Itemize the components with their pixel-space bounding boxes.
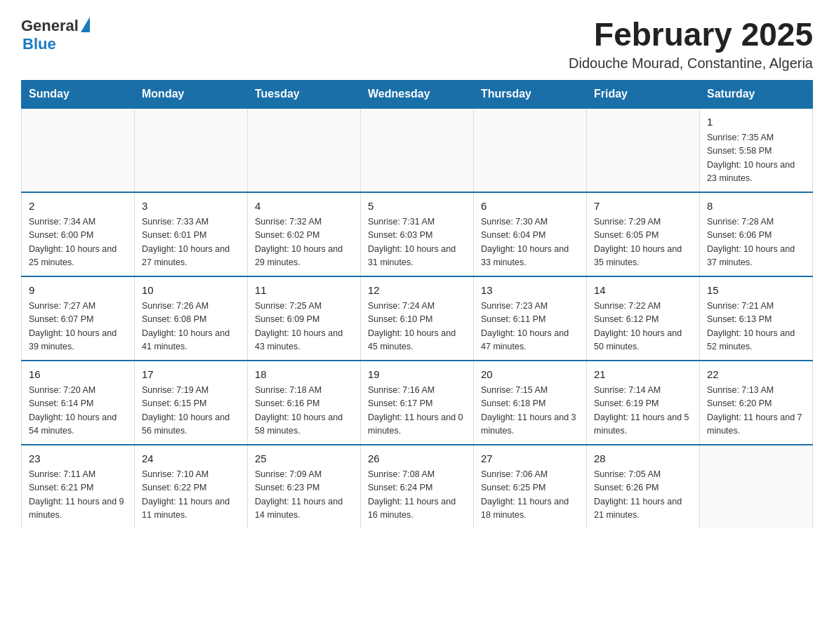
calendar-cell: 10Sunrise: 7:26 AMSunset: 6:08 PMDayligh… bbox=[135, 276, 248, 361]
calendar-week-row: 1Sunrise: 7:35 AMSunset: 5:58 PMDaylight… bbox=[22, 108, 813, 192]
logo-blue-text: Blue bbox=[22, 35, 56, 53]
day-info: Sunrise: 7:27 AMSunset: 6:07 PMDaylight:… bbox=[29, 300, 127, 354]
day-number: 3 bbox=[142, 199, 240, 215]
day-info: Sunrise: 7:25 AMSunset: 6:09 PMDaylight:… bbox=[255, 300, 353, 354]
day-number: 7 bbox=[594, 199, 692, 215]
calendar-cell: 25Sunrise: 7:09 AMSunset: 6:23 PMDayligh… bbox=[248, 445, 361, 528]
calendar-cell: 19Sunrise: 7:16 AMSunset: 6:17 PMDayligh… bbox=[361, 361, 474, 445]
calendar-cell: 3Sunrise: 7:33 AMSunset: 6:01 PMDaylight… bbox=[135, 192, 248, 276]
logo-triangle-icon bbox=[81, 17, 90, 32]
calendar-week-row: 16Sunrise: 7:20 AMSunset: 6:14 PMDayligh… bbox=[22, 361, 813, 445]
day-number: 2 bbox=[29, 199, 127, 215]
calendar-header-saturday: Saturday bbox=[700, 80, 813, 108]
calendar-header-row: SundayMondayTuesdayWednesdayThursdayFrid… bbox=[22, 80, 813, 108]
calendar-header-tuesday: Tuesday bbox=[248, 80, 361, 108]
day-number: 28 bbox=[594, 451, 692, 467]
day-info: Sunrise: 7:34 AMSunset: 6:00 PMDaylight:… bbox=[29, 215, 127, 270]
day-info: Sunrise: 7:10 AMSunset: 6:22 PMDaylight:… bbox=[142, 468, 240, 523]
calendar-table: SundayMondayTuesdayWednesdayThursdayFrid… bbox=[21, 80, 813, 528]
day-number: 10 bbox=[142, 283, 240, 299]
day-info: Sunrise: 7:13 AMSunset: 6:20 PMDaylight:… bbox=[707, 384, 805, 438]
calendar-cell bbox=[361, 108, 474, 192]
day-number: 24 bbox=[142, 451, 240, 467]
day-number: 18 bbox=[255, 367, 353, 383]
calendar-cell: 9Sunrise: 7:27 AMSunset: 6:07 PMDaylight… bbox=[22, 276, 135, 361]
day-info: Sunrise: 7:05 AMSunset: 6:26 PMDaylight:… bbox=[594, 468, 692, 523]
day-info: Sunrise: 7:33 AMSunset: 6:01 PMDaylight:… bbox=[142, 215, 240, 270]
calendar-cell: 17Sunrise: 7:19 AMSunset: 6:15 PMDayligh… bbox=[135, 361, 248, 445]
calendar-cell: 28Sunrise: 7:05 AMSunset: 6:26 PMDayligh… bbox=[587, 445, 700, 528]
day-number: 9 bbox=[29, 283, 127, 299]
calendar-cell: 2Sunrise: 7:34 AMSunset: 6:00 PMDaylight… bbox=[22, 192, 135, 276]
day-number: 11 bbox=[255, 283, 353, 299]
calendar-cell: 27Sunrise: 7:06 AMSunset: 6:25 PMDayligh… bbox=[474, 445, 587, 528]
calendar-cell: 6Sunrise: 7:30 AMSunset: 6:04 PMDaylight… bbox=[474, 192, 587, 276]
day-info: Sunrise: 7:15 AMSunset: 6:18 PMDaylight:… bbox=[481, 384, 579, 438]
calendar-cell bbox=[700, 445, 813, 528]
day-number: 5 bbox=[368, 199, 466, 215]
day-number: 26 bbox=[368, 451, 466, 467]
calendar-cell: 8Sunrise: 7:28 AMSunset: 6:06 PMDaylight… bbox=[700, 192, 813, 276]
day-info: Sunrise: 7:11 AMSunset: 6:21 PMDaylight:… bbox=[29, 468, 127, 523]
calendar-cell: 18Sunrise: 7:18 AMSunset: 6:16 PMDayligh… bbox=[248, 361, 361, 445]
day-info: Sunrise: 7:08 AMSunset: 6:24 PMDaylight:… bbox=[368, 468, 466, 523]
calendar-cell: 4Sunrise: 7:32 AMSunset: 6:02 PMDaylight… bbox=[248, 192, 361, 276]
day-info: Sunrise: 7:23 AMSunset: 6:11 PMDaylight:… bbox=[481, 300, 579, 354]
calendar-week-row: 9Sunrise: 7:27 AMSunset: 6:07 PMDaylight… bbox=[22, 276, 813, 361]
calendar-cell bbox=[248, 108, 361, 192]
calendar-cell: 11Sunrise: 7:25 AMSunset: 6:09 PMDayligh… bbox=[248, 276, 361, 361]
day-number: 19 bbox=[368, 367, 466, 383]
calendar-cell bbox=[474, 108, 587, 192]
day-info: Sunrise: 7:22 AMSunset: 6:12 PMDaylight:… bbox=[594, 300, 692, 354]
logo: General Blue bbox=[21, 17, 90, 53]
page-subtitle: Didouche Mourad, Constantine, Algeria bbox=[569, 55, 813, 72]
calendar-cell: 26Sunrise: 7:08 AMSunset: 6:24 PMDayligh… bbox=[361, 445, 474, 528]
day-info: Sunrise: 7:29 AMSunset: 6:05 PMDaylight:… bbox=[594, 215, 692, 270]
day-number: 25 bbox=[255, 451, 353, 467]
day-number: 27 bbox=[481, 451, 579, 467]
day-number: 14 bbox=[594, 283, 692, 299]
calendar-week-row: 23Sunrise: 7:11 AMSunset: 6:21 PMDayligh… bbox=[22, 445, 813, 528]
calendar-header-monday: Monday bbox=[135, 80, 248, 108]
day-info: Sunrise: 7:18 AMSunset: 6:16 PMDaylight:… bbox=[255, 384, 353, 438]
day-number: 16 bbox=[29, 367, 127, 383]
day-number: 21 bbox=[594, 367, 692, 383]
day-info: Sunrise: 7:20 AMSunset: 6:14 PMDaylight:… bbox=[29, 384, 127, 438]
calendar-cell bbox=[587, 108, 700, 192]
day-number: 12 bbox=[368, 283, 466, 299]
day-number: 13 bbox=[481, 283, 579, 299]
calendar-cell bbox=[22, 108, 135, 192]
calendar-week-row: 2Sunrise: 7:34 AMSunset: 6:00 PMDaylight… bbox=[22, 192, 813, 276]
calendar-cell: 7Sunrise: 7:29 AMSunset: 6:05 PMDaylight… bbox=[587, 192, 700, 276]
day-number: 1 bbox=[707, 114, 805, 130]
calendar-cell: 21Sunrise: 7:14 AMSunset: 6:19 PMDayligh… bbox=[587, 361, 700, 445]
logo-general-text: General bbox=[21, 17, 79, 35]
calendar-header-sunday: Sunday bbox=[22, 80, 135, 108]
page-title: February 2025 bbox=[569, 17, 813, 53]
day-number: 22 bbox=[707, 367, 805, 383]
day-info: Sunrise: 7:14 AMSunset: 6:19 PMDaylight:… bbox=[594, 384, 692, 438]
page-header: General Blue February 2025 Didouche Mour… bbox=[21, 17, 813, 72]
calendar-cell: 14Sunrise: 7:22 AMSunset: 6:12 PMDayligh… bbox=[587, 276, 700, 361]
calendar-header-wednesday: Wednesday bbox=[361, 80, 474, 108]
calendar-cell: 5Sunrise: 7:31 AMSunset: 6:03 PMDaylight… bbox=[361, 192, 474, 276]
calendar-cell: 1Sunrise: 7:35 AMSunset: 5:58 PMDaylight… bbox=[700, 108, 813, 192]
day-number: 6 bbox=[481, 199, 579, 215]
day-number: 8 bbox=[707, 199, 805, 215]
calendar-cell: 23Sunrise: 7:11 AMSunset: 6:21 PMDayligh… bbox=[22, 445, 135, 528]
title-area: February 2025 Didouche Mourad, Constanti… bbox=[569, 17, 813, 72]
day-number: 15 bbox=[707, 283, 805, 299]
calendar-cell: 12Sunrise: 7:24 AMSunset: 6:10 PMDayligh… bbox=[361, 276, 474, 361]
day-info: Sunrise: 7:28 AMSunset: 6:06 PMDaylight:… bbox=[707, 215, 805, 270]
day-info: Sunrise: 7:31 AMSunset: 6:03 PMDaylight:… bbox=[368, 215, 466, 270]
calendar-cell bbox=[135, 108, 248, 192]
day-info: Sunrise: 7:09 AMSunset: 6:23 PMDaylight:… bbox=[255, 468, 353, 523]
calendar-cell: 24Sunrise: 7:10 AMSunset: 6:22 PMDayligh… bbox=[135, 445, 248, 528]
day-info: Sunrise: 7:30 AMSunset: 6:04 PMDaylight:… bbox=[481, 215, 579, 270]
calendar-cell: 16Sunrise: 7:20 AMSunset: 6:14 PMDayligh… bbox=[22, 361, 135, 445]
day-number: 17 bbox=[142, 367, 240, 383]
day-info: Sunrise: 7:35 AMSunset: 5:58 PMDaylight:… bbox=[707, 131, 805, 186]
day-info: Sunrise: 7:16 AMSunset: 6:17 PMDaylight:… bbox=[368, 384, 466, 438]
day-info: Sunrise: 7:21 AMSunset: 6:13 PMDaylight:… bbox=[707, 300, 805, 354]
day-info: Sunrise: 7:26 AMSunset: 6:08 PMDaylight:… bbox=[142, 300, 240, 354]
